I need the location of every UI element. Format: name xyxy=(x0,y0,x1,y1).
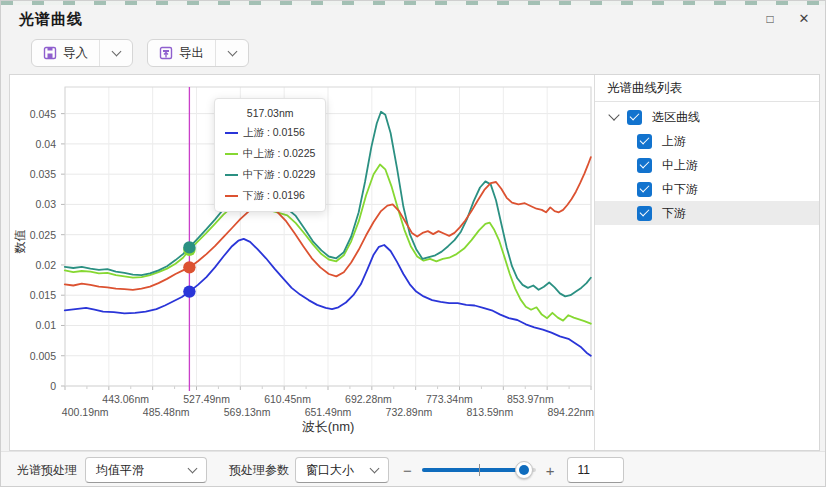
sidebar-item-label: 上游 xyxy=(662,133,686,150)
x-tick-label: 610.45nm xyxy=(264,393,311,405)
y-tick-label: 0.015 xyxy=(10,289,56,301)
x-tick-label: 569.13nm xyxy=(224,406,271,418)
y-tick-label: 0.04 xyxy=(10,138,56,150)
tooltip-series-value: 中上游 : 0.0225 xyxy=(243,147,315,161)
sidebar-item-mid-downstream[interactable]: 中下游 xyxy=(595,177,819,201)
content-area: 00.0050.010.0150.020.0250.030.0350.040.0… xyxy=(9,74,820,451)
tooltip-wavelength: 517.03nm xyxy=(225,107,315,119)
y-tick-label: 0.01 xyxy=(10,319,56,331)
x-tick-label: 651.49nm xyxy=(305,406,352,418)
x-tick-label: 813.59nm xyxy=(466,406,513,418)
x-tick-label: 400.19nm xyxy=(62,406,109,418)
window-size-input[interactable] xyxy=(567,457,624,483)
export-split-button: 导出 xyxy=(147,39,249,67)
tooltip-row: 中上游 : 0.0225 xyxy=(225,147,315,161)
y-tick-label: 0.03 xyxy=(10,198,56,210)
tooltip-rows: 上游 : 0.0156中上游 : 0.0225中下游 : 0.0229下游 : … xyxy=(225,126,315,203)
y-tick-label: 0.02 xyxy=(10,259,56,271)
tooltip-series-value: 上游 : 0.0156 xyxy=(243,126,305,140)
sidebar-item-label: 中下游 xyxy=(662,181,698,198)
export-button-label: 导出 xyxy=(179,45,204,62)
cursor-marker xyxy=(183,241,195,253)
x-tick-label: 485.48nm xyxy=(143,406,190,418)
series-color-dash xyxy=(225,174,238,176)
chevron-down-icon[interactable] xyxy=(608,109,619,120)
import-dropdown-button[interactable] xyxy=(100,40,132,66)
y-tick-label: 0 xyxy=(10,380,56,392)
import-button-label: 导入 xyxy=(63,45,88,62)
cursor-marker xyxy=(183,261,195,273)
export-button[interactable]: 导出 xyxy=(148,40,215,66)
cursor-marker xyxy=(183,285,195,297)
sidebar-item-upstream[interactable]: 上游 xyxy=(595,129,819,153)
chevron-down-icon xyxy=(370,464,380,474)
series-color-dash xyxy=(225,132,238,134)
param-value: 窗口大小 xyxy=(306,462,354,479)
curve-list-title: 光谱曲线列表 xyxy=(595,75,819,102)
import-icon xyxy=(43,46,57,60)
preprocess-label: 光谱预处理 xyxy=(17,462,77,479)
window-size-slider[interactable] xyxy=(422,460,536,480)
import-button[interactable]: 导入 xyxy=(32,40,99,66)
x-tick-label: 527.49nm xyxy=(183,393,230,405)
series-color-dash xyxy=(225,153,238,155)
y-tick-label: 0.035 xyxy=(10,168,56,180)
sidebar-item-label: 下游 xyxy=(662,205,686,222)
export-icon xyxy=(159,46,173,60)
curve-list-panel: 光谱曲线列表 选区曲线上游中上游中下游下游 xyxy=(595,75,819,450)
checkbox-mid-downstream[interactable] xyxy=(637,182,652,197)
x-tick-label: 732.89nm xyxy=(386,406,433,418)
sidebar-item-label: 选区曲线 xyxy=(652,109,700,126)
toolbar: 导入 导出 xyxy=(31,39,249,67)
sidebar-item-mid-upstream[interactable]: 中上游 xyxy=(595,153,819,177)
spectral-chart[interactable]: 00.0050.010.0150.020.0250.030.0350.040.0… xyxy=(10,75,594,450)
spectral-curve-window: 光谱曲线 □ ✕ 导入 xyxy=(0,0,826,487)
x-tick-label: 692.28nm xyxy=(345,393,392,405)
slider-thumb[interactable] xyxy=(515,461,533,479)
import-split-button: 导入 xyxy=(31,39,133,67)
sidebar-item-downstream[interactable]: 下游 xyxy=(595,201,819,225)
param-select[interactable]: 窗口大小 xyxy=(295,457,389,483)
tooltip-series-value: 下游 : 0.0196 xyxy=(243,189,305,203)
preprocess-bar: 光谱预处理 均值平滑 预处理参数 窗口大小 − + xyxy=(1,451,826,487)
slider-increase-button[interactable]: + xyxy=(546,463,555,478)
chevron-down-icon xyxy=(111,47,121,57)
x-tick-label: 894.22nm xyxy=(547,406,594,418)
close-button[interactable]: ✕ xyxy=(793,8,815,30)
export-dropdown-button[interactable] xyxy=(216,40,248,66)
checkbox-downstream[interactable] xyxy=(637,206,652,221)
chevron-down-icon xyxy=(188,464,198,474)
chevron-down-icon xyxy=(227,47,237,57)
sidebar-item-selection-curves[interactable]: 选区曲线 xyxy=(595,105,819,129)
maximize-button[interactable]: □ xyxy=(759,8,781,30)
slider-midpoint-tick xyxy=(479,464,480,476)
preprocess-method-select[interactable]: 均值平滑 xyxy=(85,457,207,483)
x-tick-label: 443.06nm xyxy=(102,393,149,405)
x-axis-title: 波长(nm) xyxy=(302,418,355,436)
series-color-dash xyxy=(225,195,238,197)
x-tick-label: 853.97nm xyxy=(507,393,554,405)
y-axis-title: 数值 xyxy=(12,230,29,254)
slider-decrease-button[interactable]: − xyxy=(403,463,412,478)
preprocess-method-value: 均值平滑 xyxy=(96,462,144,479)
window-title: 光谱曲线 xyxy=(19,10,83,29)
tooltip-row: 中下游 : 0.0229 xyxy=(225,168,315,182)
tooltip-row: 上游 : 0.0156 xyxy=(225,126,315,140)
y-tick-label: 0.045 xyxy=(10,108,56,120)
tooltip-series-value: 中下游 : 0.0229 xyxy=(243,168,315,182)
titlebar: 光谱曲线 □ ✕ xyxy=(1,5,825,33)
checkbox-upstream[interactable] xyxy=(637,134,652,149)
tooltip-row: 下游 : 0.0196 xyxy=(225,189,315,203)
slider-fill xyxy=(422,468,525,472)
curve-tree: 选区曲线上游中上游中下游下游 xyxy=(595,102,819,450)
chart-tooltip: 517.03nm 上游 : 0.0156中上游 : 0.0225中下游 : 0.… xyxy=(214,98,326,212)
y-tick-label: 0.005 xyxy=(10,350,56,362)
checkbox-mid-upstream[interactable] xyxy=(637,158,652,173)
x-tick-label: 773.34nm xyxy=(426,393,473,405)
checkbox-selection-curves[interactable] xyxy=(627,110,642,125)
sidebar-item-label: 中上游 xyxy=(662,157,698,174)
param-label: 预处理参数 xyxy=(229,462,289,479)
